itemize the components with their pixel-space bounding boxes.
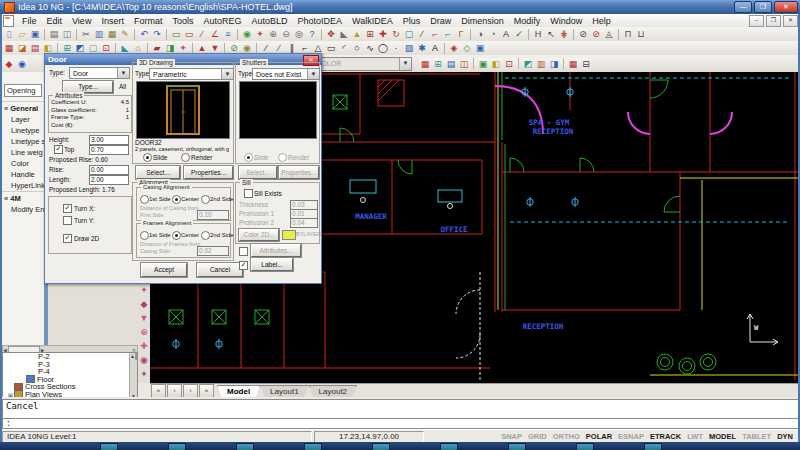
menu-walkidea[interactable]: WalkIDEA — [347, 16, 398, 26]
toolbar-icon[interactable]: Η — [532, 28, 544, 40]
menu-plus[interactable]: Plus — [398, 16, 426, 26]
menu-view[interactable]: View — [67, 16, 96, 26]
menu-draw[interactable]: Draw — [425, 16, 456, 26]
toolbar-icon[interactable]: ✚ — [377, 28, 389, 40]
toolbar-icon[interactable]: ✦ — [138, 368, 150, 380]
fillet-icon[interactable]: ⌐ — [429, 28, 441, 40]
property-item[interactable]: Linetype s — [2, 136, 44, 147]
toolbar-icon[interactable]: ▼ — [138, 312, 150, 324]
tree-item[interactable]: Cross Sections — [3, 383, 137, 391]
toolbar-icon[interactable]: ◆ — [138, 298, 150, 310]
toolbar-icon[interactable]: ▤ — [445, 58, 457, 70]
property-item[interactable]: Color — [2, 158, 44, 169]
toolbar-icon[interactable]: ✦ — [138, 284, 150, 296]
arc-icon[interactable]: ◜ — [338, 42, 350, 54]
cancel-button[interactable]: Cancel — [197, 263, 243, 277]
move-icon[interactable]: ✥ — [325, 28, 337, 40]
toolbar-icon[interactable]: ⊘ — [590, 28, 602, 40]
toggle-tablet[interactable]: TABLET — [739, 432, 774, 441]
point-icon[interactable]: · — [390, 42, 402, 54]
mdi-close-button[interactable]: ✕ — [783, 15, 798, 27]
command-input[interactable]: : — [2, 418, 800, 429]
zoom-in-icon[interactable]: ⊕ — [267, 28, 279, 40]
toolbar-icon[interactable]: ◔ — [487, 28, 499, 40]
toggle-ortho[interactable]: ORTHO — [550, 432, 583, 441]
format-painter-icon[interactable]: ✎ — [119, 28, 131, 40]
menu-autoreg[interactable]: AutoREG — [198, 16, 246, 26]
undo-icon[interactable]: ↶ — [138, 28, 150, 40]
toggle-etrack[interactable]: ETRACK — [647, 432, 684, 441]
scrollbar-thumb[interactable] — [135, 352, 137, 360]
toolbar-icon[interactable]: ▦ — [567, 58, 579, 70]
toolbar-icon[interactable]: ◬ — [603, 28, 615, 40]
toolbar-icon[interactable]: ▭ — [170, 28, 182, 40]
toolbar-icon[interactable]: ▣ — [477, 58, 489, 70]
menu-photoidea[interactable]: PhotoIDEA — [293, 16, 348, 26]
select-button[interactable]: Select... — [136, 166, 180, 179]
toolbar-icon[interactable]: ▦ — [419, 58, 431, 70]
tree-item[interactable]: P-4 — [3, 368, 137, 376]
property-item[interactable]: Layer — [2, 114, 44, 125]
toolbar-icon[interactable]: ✦ — [254, 28, 266, 40]
save-icon[interactable]: ▣ — [29, 28, 41, 40]
toolbar-icon[interactable]: ◧ — [490, 58, 502, 70]
accept-button[interactable]: Accept — [141, 263, 187, 277]
property-item[interactable]: Handle — [2, 169, 44, 180]
property-item[interactable]: HyperLink — [2, 180, 44, 191]
minimize-button[interactable]: — — [734, 1, 752, 13]
label-checkbox[interactable] — [239, 261, 248, 270]
toolbar-icon[interactable]: ∕ — [416, 28, 428, 40]
toolbar-icon[interactable]: ◑ — [474, 28, 486, 40]
array-icon[interactable]: ⊞ — [364, 28, 376, 40]
redo-icon[interactable]: ↷ — [151, 28, 163, 40]
toolbar-icon[interactable]: ▭ — [183, 28, 195, 40]
top-field[interactable]: 0.70 — [89, 145, 129, 155]
toolbar-icon[interactable]: ⊞ — [432, 58, 444, 70]
frames-center-radio[interactable] — [172, 231, 181, 240]
toolbar-icon[interactable]: ✓ — [513, 28, 525, 40]
property-item[interactable]: Line weig — [2, 147, 44, 158]
menu-dimension[interactable]: Dimension — [456, 16, 509, 26]
toolbar-icon[interactable]: ◉ — [16, 58, 28, 70]
tree-item[interactable]: P-2 — [3, 353, 137, 361]
toolbar-icon[interactable]: ◉ — [138, 354, 150, 366]
sill-exists-checkbox[interactable] — [244, 189, 253, 198]
close-button[interactable]: ✕ — [774, 1, 798, 13]
toolbar-icon[interactable]: ≡ — [222, 28, 234, 40]
tab-nav-icon[interactable]: ‹ — [167, 384, 182, 398]
menu-tools[interactable]: Tools — [167, 16, 198, 26]
toggle-model[interactable]: MODEL — [706, 432, 739, 441]
toggle-dyn[interactable]: DYN — [774, 432, 796, 441]
hatch-icon[interactable]: ▨ — [403, 42, 415, 54]
top-checkbox[interactable] — [54, 145, 63, 154]
print-preview-icon[interactable]: ◫ — [61, 28, 73, 40]
toolbar-icon[interactable]: ◫ — [458, 58, 470, 70]
toolbar-icon[interactable]: ⊘ — [577, 28, 589, 40]
menu-format[interactable]: Format — [129, 16, 168, 26]
spline-icon[interactable]: ∿ — [364, 42, 376, 54]
toolbar-icon[interactable]: ↖ — [545, 28, 557, 40]
draw-2d-checkbox[interactable] — [63, 234, 72, 243]
toolbar-icon[interactable]: ∕ — [196, 28, 208, 40]
toolbar-icon[interactable]: ▢ — [403, 28, 415, 40]
mdi-restore-button[interactable]: ❐ — [766, 15, 781, 27]
zoom-extents-icon[interactable]: ◎ — [293, 28, 305, 40]
tab-nav-icon[interactable]: › — [183, 384, 198, 398]
toolbar-icon[interactable]: ▲ — [351, 28, 363, 40]
toolbar-icon[interactable]: ◆ — [3, 58, 15, 70]
new-icon[interactable]: ▯ — [3, 28, 15, 40]
cut-icon[interactable]: ✂ — [80, 28, 92, 40]
shutters-type-combo[interactable]: Does not Exist ▼ — [252, 68, 320, 80]
toggle-esnap[interactable]: ESNAP — [615, 432, 647, 441]
autobld-icon[interactable]: ▤ — [29, 42, 41, 54]
frames-2nd-side-radio[interactable] — [201, 231, 210, 240]
ellipse-icon[interactable]: ◯ — [377, 42, 389, 54]
toolbar-icon[interactable]: ▥ — [535, 58, 547, 70]
casing-center-radio[interactable] — [172, 195, 181, 204]
properties-button[interactable]: Properties... — [184, 166, 233, 179]
label-button[interactable]: Label... — [251, 258, 293, 271]
toolbar-icon[interactable]: ✚ — [138, 340, 150, 352]
circle-icon[interactable]: ○ — [351, 42, 363, 54]
frames-1st-side-radio[interactable] — [140, 231, 149, 240]
help-icon[interactable]: ? — [306, 28, 318, 40]
